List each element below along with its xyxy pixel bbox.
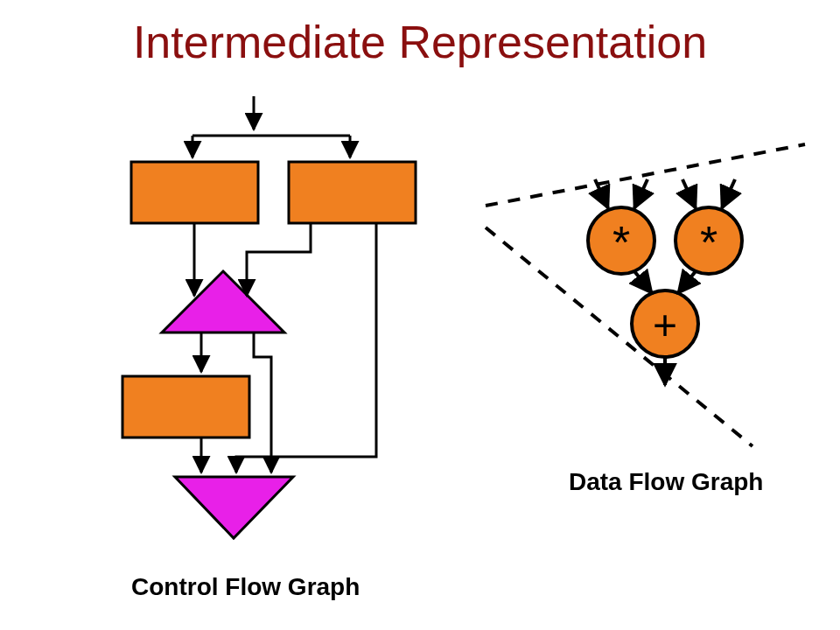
diagram-canvas: * * + bbox=[0, 0, 840, 630]
dfg-label-mul2: * bbox=[700, 217, 718, 268]
dfg-beam-top bbox=[486, 144, 805, 206]
label-data-flow: Data Flow Graph bbox=[569, 468, 763, 496]
cfg-edge-dec1-bypass bbox=[254, 332, 271, 472]
dfg-edge-mul2-add bbox=[678, 271, 696, 293]
dfg-edge-mul1-add bbox=[634, 271, 652, 293]
cfg-edge-tr-to-dec1 bbox=[247, 223, 311, 296]
label-control-flow: Control Flow Graph bbox=[131, 573, 360, 601]
cfg-decision-1 bbox=[162, 271, 284, 332]
dfg-label-mul1: * bbox=[612, 217, 630, 268]
cfg-block-mid bbox=[122, 376, 249, 438]
cfg-edge-tr-long bbox=[236, 223, 376, 472]
dfg-edge-in-mul2-l bbox=[682, 179, 696, 208]
dfg-edge-in-mul1-r bbox=[634, 179, 648, 208]
dfg-edge-in-mul2-r bbox=[722, 179, 735, 208]
cfg-decision-2 bbox=[175, 477, 293, 538]
cfg-block-top-right bbox=[289, 162, 416, 223]
cfg-block-top-left bbox=[131, 162, 258, 223]
dfg-label-add: + bbox=[653, 302, 677, 348]
